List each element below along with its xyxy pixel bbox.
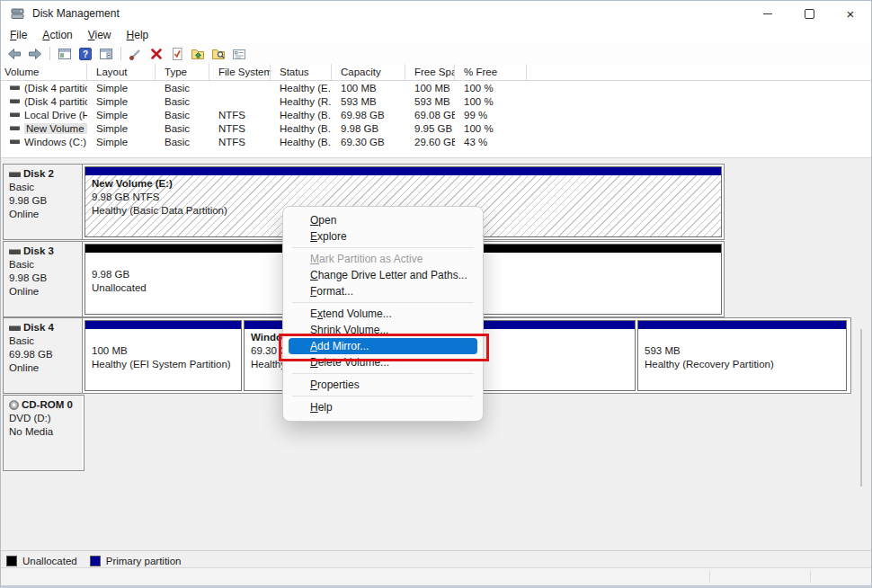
disk-icon	[9, 325, 21, 331]
volume-list-pane: Volume Layout Type File System Status Ca…	[1, 64, 871, 157]
col-file-system[interactable]: File System	[209, 64, 271, 80]
col-status[interactable]: Status	[271, 64, 332, 80]
volume-list-header: Volume Layout Type File System Status Ca…	[1, 64, 871, 81]
cell-layout: Simple	[87, 94, 156, 108]
cell-pct-free: 43 %	[455, 135, 527, 148]
cdrom-label[interactable]: CD-ROM 0 DVD (D:) No Media	[4, 396, 82, 470]
maximize-button[interactable]	[788, 1, 830, 26]
cell-layout: Simple	[87, 81, 156, 94]
menu-item-properties[interactable]: Properties	[283, 377, 483, 393]
folder-search-icon[interactable]	[210, 46, 227, 61]
minimize-button[interactable]	[747, 1, 788, 26]
partition-efi[interactable]: 100 MB Healthy (EFI System Partition)	[85, 320, 242, 391]
volume-name: (Disk 4 partition 1)	[24, 83, 87, 94]
disk2-label[interactable]: Disk 2 Basic 9.98 GB Online	[4, 165, 83, 239]
col-layout[interactable]: Layout	[87, 64, 156, 80]
col-free-space[interactable]: Free Spa...	[405, 64, 455, 80]
cdrom-icon	[9, 400, 19, 410]
cell-capacity: 9.98 GB	[332, 121, 405, 135]
menu-item-extend-volume[interactable]: Extend Volume...	[283, 306, 483, 322]
cell-layout: Simple	[87, 135, 156, 148]
partition-label	[92, 331, 241, 344]
table-row[interactable]: Windows (C:) Simple Basic NTFS Healthy (…	[1, 135, 871, 148]
disk-management-icon	[11, 7, 25, 20]
title-bar: Disk Management ×	[1, 1, 871, 26]
cell-free: 9.95 GB	[405, 121, 455, 135]
partition-recovery[interactable]: 593 MB Healthy (Recovery Partition)	[637, 320, 847, 391]
cell-status: Healthy (R...	[271, 94, 332, 108]
menu-separator	[292, 396, 474, 396]
volume-icon	[10, 112, 20, 117]
col-volume[interactable]: Volume	[1, 64, 87, 80]
partition-label: New Volume (E:)	[92, 177, 721, 191]
cell-layout: Simple	[87, 121, 156, 135]
cdrom-row: CD-ROM 0 DVD (D:) No Media	[3, 395, 85, 471]
disk-icon	[9, 172, 21, 177]
cell-free: 100 MB	[405, 81, 455, 94]
cell-pct-free: 100 %	[455, 94, 527, 108]
menu-item-open[interactable]: Open	[283, 212, 483, 228]
menu-file[interactable]: File	[4, 28, 33, 42]
disk3-label[interactable]: Disk 3 Basic 9.98 GB Online	[4, 242, 83, 316]
col-type[interactable]: Type	[156, 64, 209, 80]
cell-capacity: 69.30 GB	[332, 135, 405, 148]
minimize-icon	[763, 13, 772, 14]
menu-view[interactable]: View	[82, 28, 118, 42]
wand-icon[interactable]	[128, 46, 144, 61]
table-row[interactable]: (Disk 4 partition 4) Simple Basic Health…	[1, 94, 871, 108]
cell-type: Basic	[156, 94, 209, 108]
volume-icon	[10, 126, 20, 130]
primary-partition-bar	[85, 167, 721, 175]
disk-size: 9.98 GB	[9, 194, 78, 208]
cell-capacity: 593 MB	[332, 94, 405, 108]
toolbar: ?	[1, 43, 871, 65]
menu-item-change-drive-letter[interactable]: Change Drive Letter and Paths...	[283, 267, 483, 283]
col-pct-free[interactable]: % Free	[455, 64, 527, 80]
mark-active-icon[interactable]	[169, 46, 185, 61]
back-icon[interactable]	[6, 46, 22, 61]
disk4-label[interactable]: Disk 4 Basic 69.98 GB Online	[4, 318, 83, 393]
menu-item-format[interactable]: Format...	[283, 283, 483, 299]
table-row[interactable]: Local Drive (H:) Simple Basic NTFS Healt…	[1, 108, 871, 121]
disk-kind: Basic	[9, 181, 78, 194]
disk-status: No Media	[9, 425, 78, 439]
help-icon[interactable]: ?	[77, 46, 93, 61]
delete-volume-icon[interactable]	[148, 46, 165, 61]
cell-status: Healthy (B...	[271, 135, 332, 148]
primary-partition-bar	[638, 321, 846, 329]
cell-free: 593 MB	[405, 94, 455, 108]
cell-fs	[209, 94, 271, 108]
maximize-icon	[805, 9, 814, 19]
cell-fs: NTFS	[209, 135, 271, 148]
action-pane-icon[interactable]	[98, 46, 114, 61]
scrollbar[interactable]	[860, 329, 862, 486]
forward-icon[interactable]	[27, 46, 43, 61]
menu-item-explore[interactable]: Explore	[283, 228, 483, 245]
annotation-red-box	[279, 334, 489, 361]
partition-label	[645, 331, 846, 344]
menu-bar: File Action View Help	[1, 26, 871, 43]
close-button[interactable]: ×	[830, 1, 871, 26]
disk-kind: Basic	[9, 258, 78, 272]
table-row[interactable]: (Disk 4 partition 1) Simple Basic Health…	[1, 81, 871, 94]
menu-action[interactable]: Action	[36, 28, 78, 42]
cell-fs: NTFS	[209, 121, 271, 135]
menu-help[interactable]: Help	[120, 28, 156, 42]
disk-kind: Basic	[9, 334, 78, 348]
disk-status: Online	[9, 285, 78, 298]
properties-icon[interactable]	[231, 46, 247, 61]
menu-item-help[interactable]: Help	[283, 399, 483, 415]
table-row-selected[interactable]: New Volume (E:) Simple Basic NTFS Health…	[1, 121, 871, 135]
disk-management-window: Disk Management × File Action View Help …	[0, 0, 872, 588]
legend-primary-label: Primary partition	[106, 556, 182, 566]
cell-pct-free: 100 %	[455, 121, 527, 135]
col-empty	[527, 64, 871, 80]
console-tree-icon[interactable]	[57, 46, 73, 61]
volume-icon	[10, 139, 20, 144]
context-menu: Open Explore Mark Partition as Active Ch…	[282, 206, 484, 422]
volume-icon	[10, 85, 20, 90]
disk-size: 69.98 GB	[9, 348, 78, 361]
folder-up-icon[interactable]	[190, 46, 206, 61]
cell-type: Basic	[156, 135, 209, 148]
col-capacity[interactable]: Capacity	[332, 64, 405, 80]
